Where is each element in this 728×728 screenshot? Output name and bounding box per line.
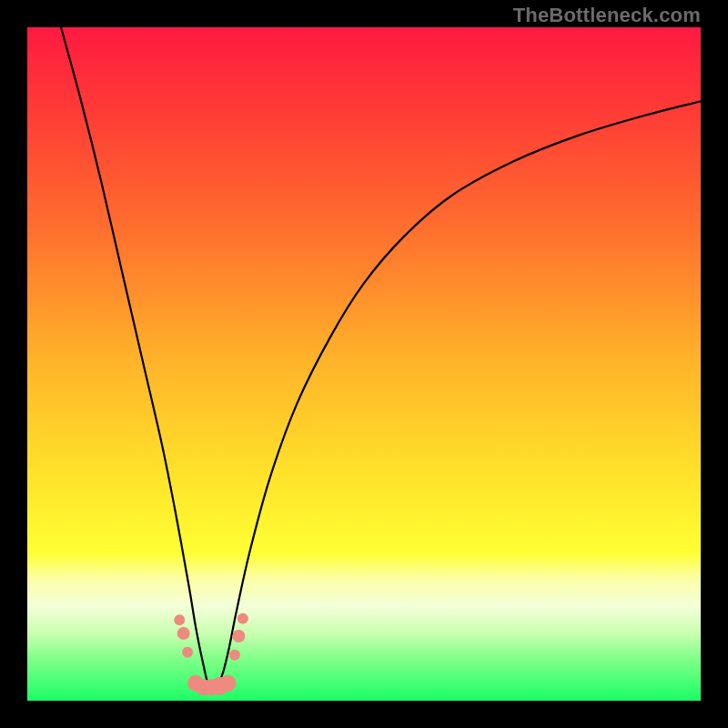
bottleneck-chart [27,27,701,701]
highlight-marker [238,613,248,624]
highlight-marker [174,614,185,625]
chart-frame: TheBottleneck.com [0,0,728,728]
highlight-marker [220,675,237,692]
plot-area [27,27,701,701]
highlight-marker [232,630,245,642]
highlight-marker [177,627,190,640]
watermark-text: TheBottleneck.com [513,4,701,27]
highlight-marker [229,650,240,661]
highlight-marker [182,647,193,658]
